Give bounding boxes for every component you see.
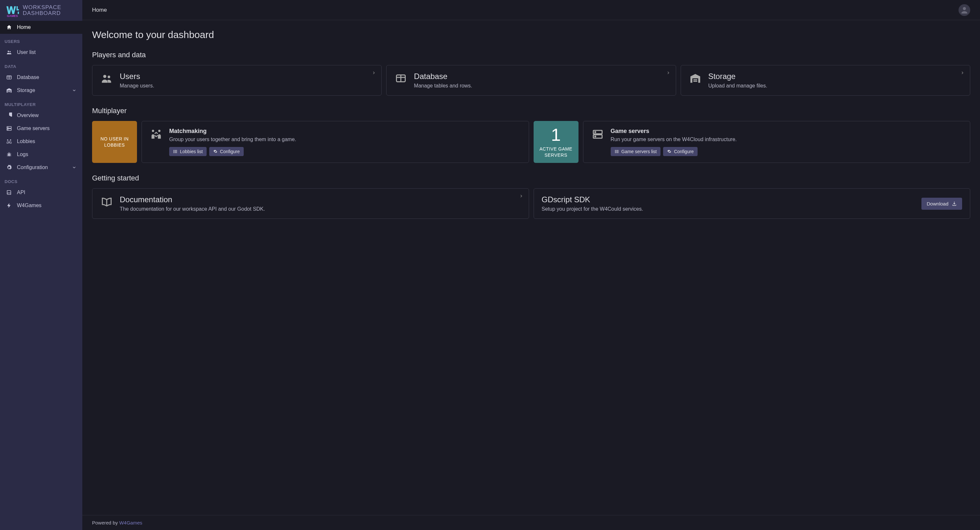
bolt-icon (6, 202, 12, 209)
brand-line1: WORKSPACE (23, 5, 61, 10)
game-servers-list-button[interactable]: Game servers list (611, 147, 661, 156)
book-icon (6, 189, 12, 196)
lobbies-list-button[interactable]: Lobbies list (169, 147, 207, 156)
sidebar-item-configuration[interactable]: Configuration (0, 161, 82, 174)
button-label: Download (927, 201, 948, 206)
sidebar-item-logs[interactable]: Logs (0, 148, 82, 161)
stat-servers[interactable]: 1 ACTIVE GAME SERVERS (534, 121, 579, 163)
people-arrows-icon (150, 128, 163, 141)
brand[interactable]: GAMES WORKSPACE DASHBOARD (0, 0, 82, 21)
nav-section-data: DATA (0, 59, 82, 71)
brand-text: WORKSPACE DASHBOARD (23, 5, 61, 16)
main: Home Welcome to your dashboard Players a… (82, 0, 980, 530)
chevron-right-icon (666, 71, 671, 75)
card-title: Matchmaking (169, 128, 521, 135)
button-label: Configure (220, 149, 240, 154)
svg-point-41 (615, 152, 615, 153)
stat-value: 1 (551, 126, 561, 143)
configure-servers-button[interactable]: Configure (663, 147, 698, 156)
sidebar-item-home[interactable]: Home (0, 21, 82, 34)
svg-rect-23 (694, 81, 697, 82)
svg-point-24 (152, 130, 154, 132)
nav: Home USERS User list DATA Database Stora… (0, 21, 82, 530)
chart-pie-icon (6, 112, 12, 119)
page-title: Welcome to your dashboard (92, 29, 970, 40)
sidebar-item-overview[interactable]: Overview (0, 109, 82, 122)
svg-point-18 (108, 76, 110, 78)
sidebar-item-label: Overview (17, 113, 39, 118)
svg-rect-22 (694, 79, 697, 80)
card-title: Storage (708, 72, 962, 81)
card-desc: Upload and manage files. (708, 83, 962, 89)
svg-point-29 (174, 150, 174, 151)
section-multiplayer: Multiplayer (92, 107, 970, 115)
footer-link[interactable]: W4Games (119, 520, 142, 525)
card-title: Database (414, 72, 668, 81)
list-icon (173, 149, 178, 154)
sidebar-item-user-list[interactable]: User list (0, 46, 82, 59)
avatar[interactable] (959, 4, 970, 16)
stat-lobbies[interactable]: NO USER IN LOBBIES (92, 121, 137, 163)
chevron-down-icon (72, 165, 76, 170)
people-arrows-icon (6, 138, 12, 145)
sidebar-item-api[interactable]: API (0, 186, 82, 199)
svg-point-30 (174, 151, 174, 152)
configure-matchmaking-button[interactable]: Configure (209, 147, 244, 156)
svg-point-35 (595, 136, 596, 137)
button-label: Game servers list (622, 149, 657, 154)
svg-point-39 (615, 150, 615, 151)
svg-point-11 (8, 129, 8, 130)
svg-point-12 (7, 140, 8, 141)
card-storage[interactable]: Storage Upload and manage files. (681, 65, 970, 95)
download-icon (952, 201, 957, 206)
brand-line2: DASHBOARD (23, 10, 61, 16)
svg-point-34 (595, 132, 596, 133)
users-icon (6, 49, 12, 56)
sidebar-item-w4games[interactable]: W4Games (0, 199, 82, 212)
players-data-row: Users Manage users. Database Manage tabl… (92, 65, 970, 95)
server-icon (591, 128, 604, 141)
button-label: Lobbies list (180, 149, 203, 154)
table-icon (395, 72, 407, 85)
nav-section-users: USERS (0, 34, 82, 46)
stat-label: NO USER IN LOBBIES (95, 136, 134, 148)
card-documentation[interactable]: Documentation The documentation for our … (92, 188, 529, 219)
svg-rect-7 (8, 92, 10, 92)
bug-icon (6, 151, 12, 158)
section-players-data: Players and data (92, 51, 970, 59)
sidebar-item-lobbies[interactable]: Lobbies (0, 135, 82, 148)
download-button[interactable]: Download (921, 198, 962, 210)
sidebar-item-storage[interactable]: Storage (0, 84, 82, 97)
sidebar-item-label: Database (17, 75, 39, 80)
sidebar-item-label: Storage (17, 87, 35, 93)
sidebar-item-database[interactable]: Database (0, 71, 82, 84)
card-matchmaking: Matchmaking Group your users together an… (142, 121, 529, 163)
server-icon (6, 125, 12, 132)
topbar: Home (82, 0, 980, 20)
chevron-right-icon (960, 71, 965, 75)
sidebar-item-game-servers[interactable]: Game servers (0, 122, 82, 135)
multiplayer-row: NO USER IN LOBBIES Matchmaking Group you… (92, 121, 970, 163)
stat-label: ACTIVE GAME SERVERS (536, 146, 576, 158)
card-game-servers: Game servers Run your game servers on th… (583, 121, 970, 163)
svg-point-25 (158, 130, 161, 132)
sidebar: GAMES WORKSPACE DASHBOARD Home USERS Use… (0, 0, 82, 530)
svg-point-17 (103, 75, 107, 78)
chevron-down-icon (72, 88, 76, 93)
footer: Powered by W4Games (82, 515, 980, 530)
nav-section-multiplayer: MULTIPLAYER (0, 97, 82, 109)
warehouse-icon (6, 87, 12, 94)
svg-point-31 (174, 152, 174, 153)
card-desc: Run your game servers on the W4Cloud inf… (611, 136, 963, 143)
svg-point-16 (963, 7, 966, 10)
card-database[interactable]: Database Manage tables and rows. (386, 65, 676, 95)
users-icon (100, 72, 113, 85)
card-desc: Group your users together and bring them… (169, 136, 521, 143)
card-title: Users (120, 72, 374, 81)
list-icon (615, 149, 619, 154)
brand-logo-icon: GAMES (5, 3, 19, 17)
card-users[interactable]: Users Manage users. (92, 65, 382, 95)
book-open-icon (100, 195, 113, 208)
sidebar-item-label: W4Games (17, 203, 41, 208)
gear-icon (667, 149, 671, 154)
